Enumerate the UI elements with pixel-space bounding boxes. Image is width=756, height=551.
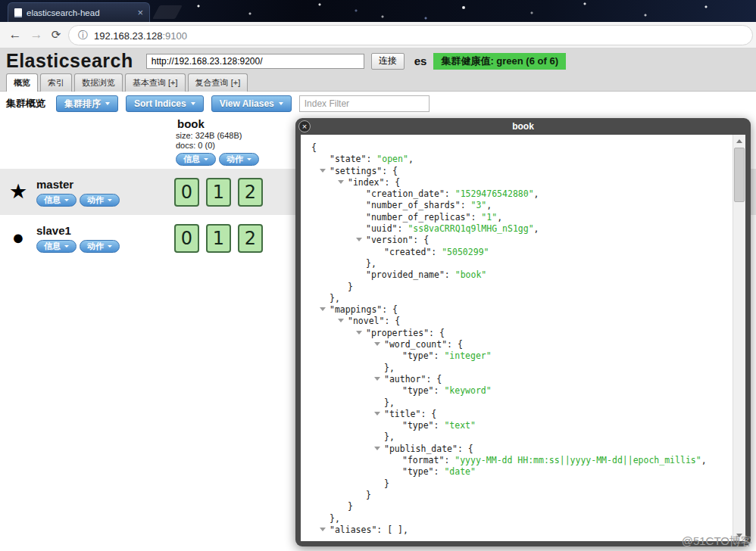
info-label: 信息 [44,195,61,206]
index-json-view: {"state": "open","settings": {"index": {… [301,135,733,541]
watermark: @51CTO博客 [682,534,752,549]
json-line: } [305,478,731,490]
chevron-down-icon [108,199,112,201]
json-line-text: "state": "open", [330,154,414,164]
node-name: slave1 [36,224,173,237]
tab-indices[interactable]: 索引 [40,73,72,92]
tree-expand-icon[interactable] [338,319,344,322]
chevron-down-icon [64,199,69,201]
json-line-text: "type": "date" [402,466,476,477]
json-punct: : [444,455,455,465]
tree-expand-icon[interactable] [320,169,326,173]
node-info-button[interactable]: 信息 [36,194,77,207]
json-punct: } [366,490,371,500]
shard-box[interactable]: 1 [206,224,231,253]
tab-overview[interactable]: 概览 [6,73,38,92]
browser-tab[interactable]: elasticsearch-head × [8,2,150,22]
json-line-text: "word_count": { [384,339,463,350]
json-line: } [305,282,731,293]
back-button[interactable]: ← [6,26,24,44]
json-line-text: }, [384,397,395,408]
json-punct: }, [384,363,395,373]
json-key: "index" [348,177,384,188]
tree-expand-icon[interactable] [374,412,380,416]
scrollbar[interactable] [733,135,745,541]
tab-data-browser[interactable]: 数据浏览 [74,73,123,92]
json-line-text: "number_of_replicas": "1", [366,212,502,223]
tree-expand-icon[interactable] [374,377,380,381]
json-line: "uuid": "ss8vaCRRQ1q9lMHG_nS1gg", [305,223,731,235]
json-punct: : [431,247,442,257]
tree-expand-icon[interactable] [356,331,362,335]
forward-button[interactable]: → [27,26,45,44]
json-punct: : { [429,328,445,338]
json-line-text: "uuid": "ss8vaCRRQ1q9lMHG_nS1gg", [366,223,539,234]
tree-expand-icon[interactable] [320,307,326,311]
scrollbar-thumb[interactable] [734,148,745,202]
page-info-icon[interactable]: ⓘ [78,29,88,42]
json-value: "text" [444,420,476,431]
json-punct: : { [382,304,398,315]
endpoint-input[interactable] [146,54,364,69]
json-punct: : { [420,409,436,419]
node-actions-button[interactable]: 动作 [80,194,120,207]
json-line: "created": "5050299" [305,247,731,258]
tree-expand-icon[interactable] [356,238,362,241]
json-key: "type" [402,385,434,396]
master-node-star-icon: ★ [0,182,36,202]
reload-button[interactable]: ⟳ [47,26,65,44]
scroll-up-icon[interactable] [733,135,745,147]
tree-expand-icon[interactable] [338,180,344,184]
node-name: master [36,178,173,191]
tab-title: elasticsearch-head [27,8,133,17]
json-line-text: }, [330,293,340,304]
new-tab-button[interactable] [152,5,183,19]
json-line: "novel": { [305,316,731,327]
sort-indices-button[interactable]: Sort Indices [126,95,204,112]
tab-compound-query[interactable]: 复合查询 [+] [188,73,248,92]
modal-title: book [301,118,745,135]
json-punct: { [311,142,317,153]
chevron-down-icon [105,102,110,105]
json-line: "creation_date": "1529476542880", [305,188,731,200]
shard-box[interactable]: 0 [174,178,199,207]
shard-box[interactable]: 0 [174,224,199,253]
shard-box[interactable]: 1 [206,178,231,207]
shard-box[interactable]: 2 [238,224,263,253]
json-line-text: "mappings": { [330,304,398,315]
app-title: Elasticsearch [6,50,133,72]
node-actions-button[interactable]: 动作 [80,240,120,253]
json-key: "type" [402,466,434,477]
json-line: "mappings": { [305,304,731,316]
tab-close-icon[interactable]: × [137,8,143,17]
tab-basic-query[interactable]: 基本查询 [+] [125,73,186,92]
json-punct: , [701,455,707,465]
json-punct: : { [384,316,400,326]
json-line: "aliases": [ ], [305,525,731,536]
index-filter-input[interactable] [299,95,430,112]
json-line-text: }, [384,363,395,373]
node-info-button[interactable]: 信息 [36,240,77,253]
json-key: "provided_name" [366,269,445,280]
connect-button[interactable]: 连接 [371,53,405,70]
json-punct: : [434,420,445,431]
view-aliases-button[interactable]: View Aliases [211,95,292,112]
json-punct: : { [426,374,442,384]
tree-expand-icon[interactable] [320,528,326,531]
json-punct: : [434,466,445,477]
json-line-text: "number_of_shards": "3", [366,200,492,210]
cluster-sort-button[interactable]: 集群排序 [56,95,118,112]
json-line-text: "version": { [366,235,429,245]
close-icon[interactable]: × [298,120,311,132]
tree-expand-icon[interactable] [374,342,380,346]
url-bar[interactable]: ⓘ 192.168.23.128:9100 [68,25,753,45]
json-key: "settings" [330,166,382,176]
json-value: "integer" [444,350,491,361]
json-punct: } [348,282,353,292]
browser-window: elasticsearch-head × ← → ⟳ ⓘ 192.168.23.… [0,0,756,551]
app-header: Elasticsearch 连接 es 集群健康值: green (6 of 6… [0,48,756,73]
index-actions-button[interactable]: 动作 [219,153,259,166]
shard-box[interactable]: 2 [238,178,263,207]
tree-expand-icon[interactable] [374,447,380,450]
index-info-button[interactable]: 信息 [176,153,216,166]
